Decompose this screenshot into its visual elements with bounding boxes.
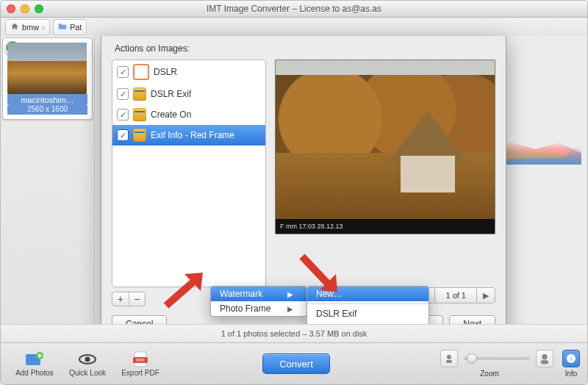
tool-label: Add Photos xyxy=(15,369,54,377)
actions-list: DSLR DSLR Exif Creat xyxy=(112,60,266,287)
svg-point-7 xyxy=(447,355,451,359)
breadcrumb-label: Pat xyxy=(70,23,82,32)
preset-icon xyxy=(133,129,146,142)
add-action-button[interactable]: + xyxy=(112,292,129,306)
zoom-control xyxy=(440,350,553,367)
zoom-small-icon[interactable] xyxy=(440,350,458,367)
submenu-arrow-icon: ▶ xyxy=(287,290,293,298)
preset-icon xyxy=(133,108,146,121)
submenu-arrow-icon: ▶ xyxy=(287,305,293,313)
quick-look-button[interactable]: Quick Look xyxy=(61,351,114,377)
preview-info-bar: F mm 17:03 28.12.13 xyxy=(276,219,495,234)
main-area: ✓ macintoshim… 2560 x 1600 Actions on Im… xyxy=(1,36,587,325)
bottom-toolbar: Add Photos Quick Look PDF Export PDF Con… xyxy=(1,342,587,384)
zoom-slider[interactable] xyxy=(464,357,530,360)
svg-rect-8 xyxy=(446,360,452,363)
breadcrumb-folder[interactable]: Pat xyxy=(53,19,87,35)
add-photos-button[interactable]: Add Photos xyxy=(8,351,61,377)
menu-item-watermark[interactable]: Watermark ▶ xyxy=(211,287,306,301)
menu-item-label: Photo Frame xyxy=(220,303,270,314)
zoom-large-icon[interactable] xyxy=(536,350,553,367)
preset-icon xyxy=(133,87,146,101)
app-window: IMT Image Converter – License to as@as.a… xyxy=(0,0,588,385)
action-label: Exif Info - Red Frame xyxy=(151,130,234,140)
menu-item-label: Watermark xyxy=(220,289,262,299)
preview-bar-left: F mm 17:03 28.12.13 xyxy=(280,223,343,230)
pdf-icon: PDF xyxy=(131,351,150,367)
thumbnail-sidebar: ✓ macintoshim… 2560 x 1600 xyxy=(1,36,95,325)
path-bar: bmw › Pat xyxy=(1,18,587,37)
add-remove-segmented: + − xyxy=(112,292,146,306)
checkbox-icon[interactable] xyxy=(117,66,129,78)
action-row-dslr-exif[interactable]: DSLR Exif xyxy=(112,84,265,104)
sheet-title: Actions on Images: xyxy=(115,43,495,54)
action-label: Create On xyxy=(151,109,191,120)
action-row-dslr[interactable]: DSLR xyxy=(112,60,265,84)
thumbnail-dimensions: 2560 x 1600 xyxy=(7,105,87,115)
action-label: DSLR xyxy=(154,67,177,77)
menu-item-dslr-exif[interactable]: DSLR Exif xyxy=(307,306,429,321)
convert-button[interactable]: Convert xyxy=(262,353,330,374)
tool-label: Export PDF xyxy=(121,369,159,377)
export-pdf-button[interactable]: PDF Export PDF xyxy=(114,351,167,377)
add-photos-icon xyxy=(25,351,44,367)
breadcrumb-label: bmw xyxy=(22,23,39,32)
thumbnail-filename: macintoshim… xyxy=(7,94,87,105)
zoom-label: Zoom xyxy=(480,370,499,378)
titlebar: IMT Image Converter – License to as@as.a… xyxy=(1,1,587,18)
preview-image: F mm 17:03 28.12.13 xyxy=(275,60,495,234)
menu-item-new[interactable]: New… xyxy=(307,287,429,301)
menu-item-label: DSLR Exif xyxy=(316,309,356,319)
action-label: DSLR Exif xyxy=(151,89,191,99)
context-menu-category: Watermark ▶ Photo Frame ▶ xyxy=(210,286,307,317)
checkbox-icon[interactable] xyxy=(117,129,129,141)
frame-icon xyxy=(133,64,149,80)
pager-label: 1 of 1 xyxy=(435,287,476,303)
info-label: Info xyxy=(565,370,578,378)
svg-point-9 xyxy=(542,354,547,359)
info-button[interactable]: i xyxy=(562,350,580,367)
svg-rect-10 xyxy=(541,360,548,364)
svg-point-3 xyxy=(85,356,90,361)
remove-action-button[interactable]: − xyxy=(129,292,146,306)
checkbox-icon[interactable] xyxy=(117,88,129,100)
menu-separator xyxy=(307,303,429,304)
checkbox-icon[interactable] xyxy=(117,109,129,120)
eye-icon xyxy=(78,351,97,367)
tool-label: Quick Look xyxy=(69,369,106,377)
action-row-create-on[interactable]: Create On xyxy=(112,104,265,125)
menu-item-photoframe[interactable]: Photo Frame ▶ xyxy=(211,301,306,316)
breadcrumb-home[interactable]: bmw › xyxy=(5,19,50,35)
action-row-exif-red[interactable]: Exif Info - Red Frame xyxy=(112,125,265,145)
menu-item-label: New… xyxy=(316,289,343,299)
svg-text:PDF: PDF xyxy=(136,358,145,362)
chevron-right-icon: › xyxy=(42,23,45,32)
home-icon xyxy=(10,22,19,32)
thumbnail-image xyxy=(7,43,87,94)
pager-next-button[interactable]: ▶ xyxy=(476,287,495,303)
content-area: Actions on Images: DSLR xyxy=(95,36,587,325)
window-title: IMT Image Converter – License to as@as.a… xyxy=(1,4,587,14)
status-text: 1 of 1 photos selected – 3.57 MB on disk xyxy=(221,329,368,338)
folder-icon xyxy=(58,22,67,32)
status-bar: 1 of 1 photos selected – 3.57 MB on disk xyxy=(1,324,587,343)
photo-thumbnail[interactable]: ✓ macintoshim… 2560 x 1600 xyxy=(2,37,93,120)
